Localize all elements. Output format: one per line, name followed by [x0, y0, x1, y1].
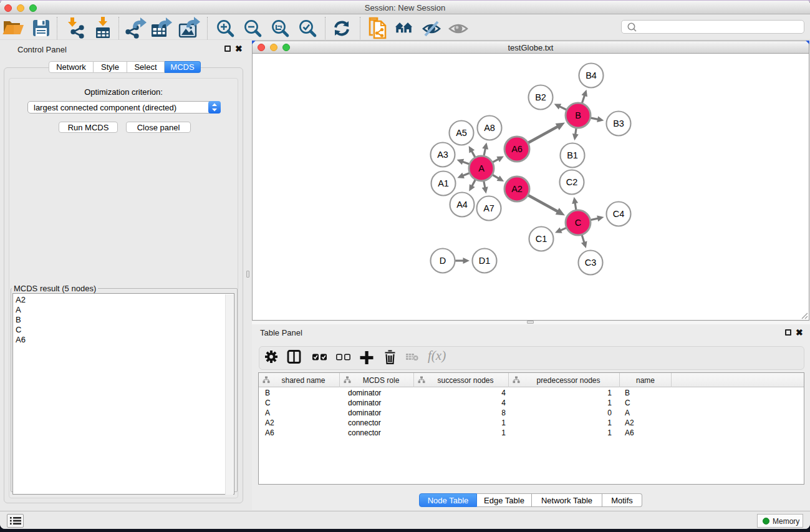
svg-text:B1: B1 — [567, 150, 578, 160]
svg-text:C: C — [575, 218, 581, 228]
svg-text:A3: A3 — [437, 150, 448, 160]
svg-text:A1: A1 — [438, 178, 449, 188]
svg-text:D1: D1 — [479, 256, 491, 266]
svg-text:C3: C3 — [585, 258, 597, 268]
svg-text:C2: C2 — [566, 177, 578, 187]
svg-text:A4: A4 — [456, 200, 468, 210]
svg-text:A6: A6 — [511, 144, 523, 154]
svg-text:B: B — [575, 110, 581, 120]
svg-text:A8: A8 — [484, 123, 495, 133]
svg-text:C4: C4 — [613, 209, 625, 219]
svg-text:A2: A2 — [511, 184, 523, 194]
svg-text:B2: B2 — [535, 92, 546, 102]
svg-text:B4: B4 — [586, 70, 597, 80]
svg-text:D: D — [440, 256, 446, 266]
svg-text:A5: A5 — [456, 128, 467, 138]
svg-text:B3: B3 — [613, 118, 624, 128]
svg-text:A: A — [478, 163, 485, 173]
svg-text:A7: A7 — [483, 203, 494, 213]
svg-text:C1: C1 — [536, 234, 547, 244]
